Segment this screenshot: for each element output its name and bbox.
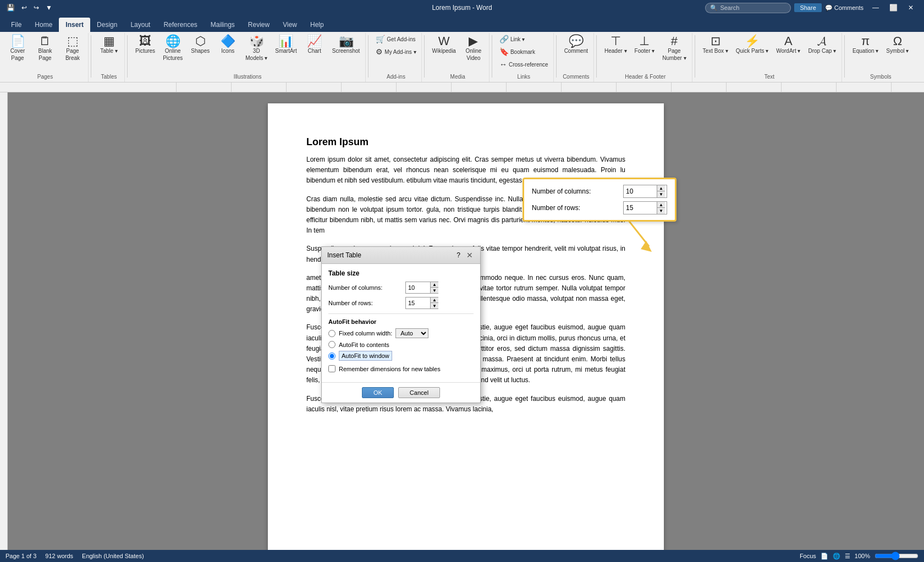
page-break-button[interactable]: ⬚ PageBreak xyxy=(59,33,86,64)
columns-increment[interactable]: ▲ xyxy=(431,282,438,288)
qa-undo[interactable]: ↩ xyxy=(19,3,29,13)
blank-page-button[interactable]: 🗒 BlankPage xyxy=(32,33,58,64)
get-add-ins-button[interactable]: 🛒 Get Add-ins xyxy=(373,33,419,45)
qa-save[interactable]: 💾 xyxy=(4,3,17,13)
bookmark-button[interactable]: 🔖 Bookmark xyxy=(497,46,551,58)
close-button[interactable]: ✕ xyxy=(902,2,920,14)
layout-view-print[interactable]: 📄 xyxy=(821,553,828,560)
my-add-ins-button[interactable]: ⚙ My Add-ins ▾ xyxy=(373,46,419,58)
link-icon: 🔗 xyxy=(499,35,509,43)
zoom-slider[interactable] xyxy=(875,552,919,560)
drop-cap-button[interactable]: 𝓐 Drop Cap ▾ xyxy=(805,33,840,57)
footer-button[interactable]: ⊥ Footer ▾ xyxy=(631,33,658,57)
icons-button[interactable]: 🔷 Icons xyxy=(215,33,241,57)
wikipedia-button[interactable]: W Wikipedia xyxy=(429,33,459,57)
minimize-button[interactable]: — xyxy=(867,2,884,14)
qa-redo[interactable]: ↪ xyxy=(31,3,41,13)
cancel-button[interactable]: Cancel xyxy=(398,387,440,398)
callout-columns-increment[interactable]: ▲ xyxy=(657,185,665,191)
columns-input[interactable]: 10 xyxy=(406,282,430,293)
tab-view[interactable]: View xyxy=(276,18,304,32)
tab-mailings[interactable]: Mailings xyxy=(204,18,241,32)
header-icon: ⊤ xyxy=(610,35,621,47)
chart-button[interactable]: 📈 Chart xyxy=(301,33,328,57)
page-number-icon: # xyxy=(671,35,678,47)
symbol-button[interactable]: Ω Symbol ▾ xyxy=(883,33,912,57)
equation-button[interactable]: π Equation ▾ xyxy=(849,33,882,57)
layout-view-outline[interactable]: ☰ xyxy=(845,553,850,560)
tab-layout[interactable]: Layout xyxy=(124,18,157,32)
smartart-button[interactable]: 📊 SmartArt xyxy=(272,33,300,57)
tab-help[interactable]: Help xyxy=(304,18,331,32)
online-video-icon: ▶ xyxy=(469,35,478,47)
callout-columns-btns: ▲ ▼ xyxy=(657,185,665,197)
comments-button[interactable]: 💬 Comments xyxy=(825,4,864,12)
group-comments-items: 💬 Comment xyxy=(561,33,591,73)
ok-button[interactable]: OK xyxy=(362,387,394,398)
table-button[interactable]: ▦ Table ▾ xyxy=(96,33,122,57)
group-pages: 📄 CoverPage 🗒 BlankPage ⬚ PageBreak Page… xyxy=(2,33,89,82)
callout-rows-decrement[interactable]: ▼ xyxy=(657,208,665,214)
tab-review[interactable]: Review xyxy=(241,18,276,32)
quick-parts-button[interactable]: ⚡ Quick Parts ▾ xyxy=(733,33,772,57)
dialog-footer: OK Cancel xyxy=(322,382,480,403)
table-size-section: Table size xyxy=(328,269,474,277)
online-pictures-button[interactable]: 🌐 OnlinePictures xyxy=(160,33,186,64)
rows-increment[interactable]: ▲ xyxy=(431,297,438,303)
cover-page-button[interactable]: 📄 CoverPage xyxy=(4,33,31,64)
comment-button[interactable]: 💬 Comment xyxy=(561,33,591,57)
dialog-close-button[interactable]: ✕ xyxy=(465,250,475,260)
layout-view-web[interactable]: 🌐 xyxy=(833,553,840,560)
ruler xyxy=(0,82,924,92)
tab-insert[interactable]: Insert xyxy=(59,18,90,32)
dialog-help-button[interactable]: ? xyxy=(457,251,460,259)
shapes-icon: ⬡ xyxy=(195,35,206,47)
header-button[interactable]: ⊤ Header ▾ xyxy=(601,33,630,57)
comment-icon: 💬 xyxy=(569,35,584,47)
focus-button[interactable]: Focus xyxy=(800,553,816,559)
tab-references[interactable]: References xyxy=(157,18,204,32)
fixed-column-select[interactable]: Auto xyxy=(395,328,428,338)
3d-models-button[interactable]: 🎲 3DModels ▾ xyxy=(242,33,271,64)
text-box-button[interactable]: ⊡ Text Box ▾ xyxy=(700,33,732,57)
group-tables-items: ▦ Table ▾ xyxy=(96,33,122,73)
callout-columns-input[interactable] xyxy=(624,185,657,197)
rows-spinbox: 15 ▲ ▼ xyxy=(405,297,438,309)
autofit-window-radio[interactable] xyxy=(328,352,336,360)
callout-columns-decrement[interactable]: ▼ xyxy=(657,191,665,197)
screenshot-button[interactable]: 📷 Screenshot xyxy=(329,33,364,57)
shapes-button[interactable]: ⬡ Shapes xyxy=(187,33,213,57)
title-bar-left: 💾 ↩ ↪ ▼ xyxy=(4,3,54,13)
group-addins-label: Add-ins xyxy=(387,73,405,82)
pictures-icon: 🖼 xyxy=(139,35,151,47)
qa-customize[interactable]: ▼ xyxy=(43,3,54,13)
callout-rows-btns: ▲ ▼ xyxy=(657,202,665,214)
addins-small-group: 🛒 Get Add-ins ⚙ My Add-ins ▾ xyxy=(373,33,419,58)
columns-decrement[interactable]: ▼ xyxy=(431,288,438,293)
pictures-button[interactable]: 🖼 Pictures xyxy=(132,33,158,57)
online-video-button[interactable]: ▶ OnlineVideo xyxy=(460,33,487,64)
search-input[interactable] xyxy=(720,4,786,11)
autofit-label: AutoFit behavior xyxy=(328,318,474,325)
text-box-icon: ⊡ xyxy=(711,35,721,47)
group-tables-label: Tables xyxy=(101,73,117,82)
rows-decrement[interactable]: ▼ xyxy=(431,303,438,308)
wikipedia-icon: W xyxy=(438,35,450,47)
ruler-inner xyxy=(176,82,924,92)
cross-reference-button[interactable]: ↔ Cross-reference xyxy=(497,58,551,70)
remember-checkbox[interactable] xyxy=(328,365,336,372)
ribbon-search-box[interactable]: 🔍 xyxy=(705,3,791,13)
wordart-button[interactable]: A WordArt ▾ xyxy=(773,33,804,57)
tab-design[interactable]: Design xyxy=(90,18,124,32)
callout-rows-increment[interactable]: ▲ xyxy=(657,202,665,208)
tab-home[interactable]: Home xyxy=(28,18,59,32)
link-button[interactable]: 🔗 Link ▾ xyxy=(497,33,551,45)
callout-rows-input[interactable] xyxy=(624,202,657,214)
page-number-button[interactable]: # PageNumber ▾ xyxy=(659,33,689,64)
rows-input[interactable]: 15 xyxy=(406,297,430,308)
share-button[interactable]: Share xyxy=(794,3,821,12)
autofit-contents-radio[interactable] xyxy=(328,341,336,348)
fixed-column-radio[interactable] xyxy=(328,330,336,337)
maximize-button[interactable]: ⬜ xyxy=(884,2,902,14)
tab-file[interactable]: File xyxy=(4,18,28,32)
